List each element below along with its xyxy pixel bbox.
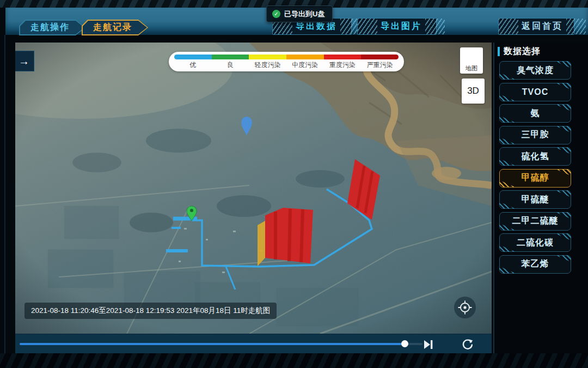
frame-bottom-hatch xyxy=(0,353,588,368)
legend-seg-good xyxy=(212,55,249,59)
aqi-legend-labels: 优 良 轻度污染 中度污染 重度污染 严重污染 xyxy=(174,61,399,70)
frame-left-line xyxy=(4,35,5,357)
export-toast: ✓ 已导出到U盘 xyxy=(266,5,333,22)
tab-label: 走航记录 xyxy=(93,22,132,33)
cruise-timestamp: 2021-08-18 11:20:46至2021-08-18 12:19:53 … xyxy=(24,303,277,319)
legend-seg-light xyxy=(249,55,286,59)
pollutant-styrene[interactable]: 苯乙烯 xyxy=(499,255,571,274)
aqi-legend-bar xyxy=(174,55,399,59)
legend-seg-severe xyxy=(361,55,399,59)
export-image-label: 导出图片 xyxy=(377,19,425,34)
mode-3d-label: 3D xyxy=(467,86,479,96)
crosshair-icon xyxy=(457,300,473,315)
check-circle-icon: ✓ xyxy=(272,10,280,18)
hatch-decoration xyxy=(499,19,518,34)
pollutant-hydrogen-sulfide[interactable]: 硫化氢 xyxy=(499,147,571,166)
legend-label: 良 xyxy=(212,61,249,70)
pollutant-methyl-sulfide[interactable]: 甲硫醚 xyxy=(499,190,571,209)
tab-cruise-record[interactable]: 走航记录 xyxy=(82,20,148,35)
basemap-toggle-button[interactable]: 地图 xyxy=(460,47,483,74)
hatch-decoration xyxy=(425,19,445,34)
pollutant-odor-concentration[interactable]: 臭气浓度 xyxy=(499,61,571,80)
legend-label: 优 xyxy=(174,61,212,70)
skip-to-end-button[interactable] xyxy=(422,339,434,351)
tab-label: 走航操作 xyxy=(30,22,70,33)
pollutant-trimethylamine[interactable]: 三甲胺 xyxy=(499,126,571,144)
panel-toggle-button[interactable]: → xyxy=(15,51,34,71)
toast-text: 已导出到U盘 xyxy=(284,9,324,19)
vignette xyxy=(15,43,492,334)
legend-label: 重度污染 xyxy=(324,61,362,70)
sidebar-title-text: 数据选择 xyxy=(504,46,541,57)
title-accent-bar xyxy=(498,47,500,56)
legend-label: 严重污染 xyxy=(361,61,399,70)
map-viewport[interactable]: → 优 良 轻度污染 中度污染 重度污染 严重污染 地图 xyxy=(15,43,492,334)
legend-label: 中度污染 xyxy=(286,61,324,70)
locate-button[interactable] xyxy=(454,297,476,318)
legend-seg-excellent xyxy=(174,55,212,59)
hatch-decoration xyxy=(358,19,377,34)
playback-track[interactable] xyxy=(20,343,422,345)
refresh-button[interactable] xyxy=(462,339,474,351)
export-image-button[interactable]: 导出图片 xyxy=(357,18,437,35)
aqi-legend: 优 良 轻度污染 中度污染 重度污染 严重污染 xyxy=(169,52,404,71)
back-home-button[interactable]: 返回首页 xyxy=(498,18,574,35)
satellite-map[interactable] xyxy=(15,43,492,334)
pollutant-carbon-disulfide[interactable]: 二硫化碳 xyxy=(499,233,571,252)
basemap-toggle-label: 地图 xyxy=(465,64,477,74)
sidebar-title: 数据选择 xyxy=(498,46,588,57)
legend-seg-heavy xyxy=(324,55,362,59)
back-home-label: 返回首页 xyxy=(518,19,566,34)
pollutant-list: 臭气浓度 TVOC 氨 三甲胺 硫化氢 甲硫醇 甲硫醚 二甲二硫醚 二硫化碳 苯… xyxy=(499,61,571,276)
arrow-right-icon: → xyxy=(19,55,29,68)
pollutant-ammonia[interactable]: 氨 xyxy=(499,104,571,123)
mode-3d-button[interactable]: 3D xyxy=(462,79,485,104)
pollutant-methyl-mercaptan[interactable]: 甲硫醇 xyxy=(499,169,571,188)
playback-thumb[interactable] xyxy=(401,340,408,347)
legend-seg-moderate xyxy=(286,55,324,59)
data-select-sidebar: 数据选择 臭气浓度 TVOC 氨 三甲胺 硫化氢 甲硫醇 甲硫醚 二甲二硫醚 二… xyxy=(493,43,588,353)
playback-bar xyxy=(15,334,492,353)
tab-cruise-operation[interactable]: 走航操作 xyxy=(19,20,85,35)
legend-label: 轻度污染 xyxy=(249,61,286,70)
pollutant-tvoc[interactable]: TVOC xyxy=(499,83,571,101)
pollutant-dimethyl-disulfide[interactable]: 二甲二硫醚 xyxy=(499,212,571,231)
hatch-decoration xyxy=(566,19,586,34)
app-root: 走航操作 走航记录 导出数据 导出图片 返回首页 ✓ 已导出到U盘 xyxy=(0,0,588,368)
playback-progress xyxy=(20,343,408,345)
cruise-timestamp-text: 2021-08-18 11:20:46至2021-08-18 12:19:53 … xyxy=(31,306,270,316)
